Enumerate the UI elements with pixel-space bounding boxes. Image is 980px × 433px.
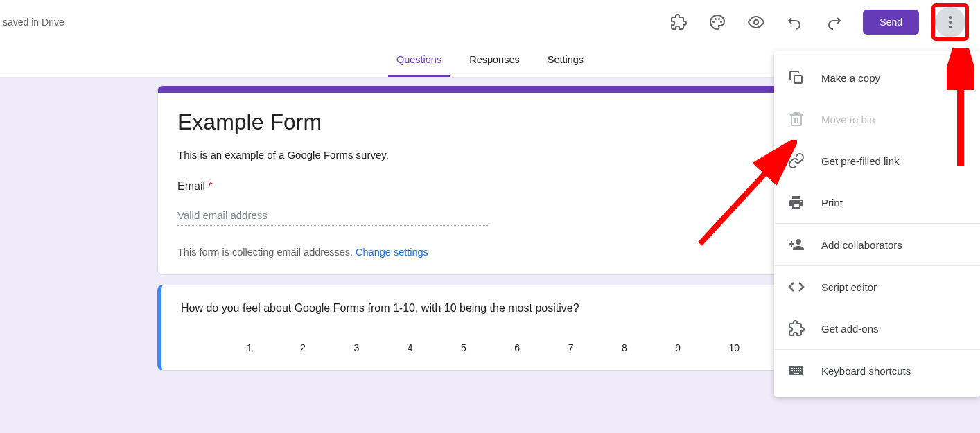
menu-item-keyboard-shortcuts[interactable]: Keyboard shortcuts	[774, 350, 980, 391]
menu-label: Move to bin	[821, 114, 875, 125]
scale-number: 9	[675, 342, 681, 353]
menu-label: Script editor	[821, 281, 877, 293]
keyboard-icon	[788, 362, 805, 379]
menu-label: Get pre-filled link	[821, 155, 900, 167]
tab-questions[interactable]: Questions	[388, 44, 450, 77]
save-status: saved in Drive	[3, 17, 64, 28]
menu-label: Make a copy	[821, 72, 880, 84]
puzzle-icon	[670, 14, 687, 30]
question-text: How do you feel about Google Forms from …	[181, 302, 805, 315]
required-marker: *	[208, 180, 212, 192]
menu-item-script-editor[interactable]: Script editor	[774, 266, 980, 308]
svg-point-6	[949, 21, 952, 24]
redo-button[interactable]	[817, 6, 850, 39]
tab-settings[interactable]: Settings	[539, 44, 592, 77]
trash-icon	[788, 111, 805, 127]
scale-number: 4	[408, 342, 413, 353]
send-button[interactable]: Send	[863, 10, 919, 35]
scale-number: 7	[568, 342, 574, 353]
undo-button[interactable]	[778, 6, 812, 39]
code-icon	[788, 279, 805, 295]
menu-item-print[interactable]: Print	[774, 182, 980, 223]
addons-button[interactable]	[662, 6, 695, 39]
svg-point-3	[720, 21, 722, 23]
more-button-highlight	[931, 3, 969, 41]
annotation-arrow-diagonal	[693, 140, 797, 251]
scale-number: 10	[729, 342, 740, 353]
change-settings-link[interactable]: Change settings	[356, 247, 428, 258]
puzzle-icon	[788, 320, 805, 337]
scale-row: 1 2 3 4 5 6 7 8 9 10	[181, 342, 805, 353]
scale-number: 3	[353, 342, 359, 353]
tab-responses[interactable]: Responses	[461, 44, 528, 77]
svg-point-1	[715, 18, 717, 20]
eye-icon	[748, 14, 764, 30]
scale-number: 1	[247, 342, 252, 353]
theme-button[interactable]	[701, 6, 734, 39]
menu-label: Keyboard shortcuts	[821, 365, 911, 377]
menu-label: Add collaborators	[821, 239, 902, 251]
more-vert-icon	[942, 14, 959, 30]
svg-point-2	[718, 18, 720, 20]
svg-rect-8	[794, 76, 802, 83]
scale-number: 5	[461, 342, 466, 353]
email-input[interactable]	[177, 205, 489, 226]
copy-icon	[788, 69, 805, 86]
annotation-arrow-down	[947, 48, 974, 173]
form-title: Example Form	[177, 109, 805, 135]
svg-point-4	[754, 20, 758, 24]
scale-number: 8	[622, 342, 627, 353]
more-button[interactable]	[935, 7, 965, 37]
menu-item-get-addons[interactable]: Get add-ons	[774, 308, 980, 349]
menu-label: Get add-ons	[821, 323, 879, 335]
svg-line-12	[700, 154, 783, 244]
menu-item-add-collaborators[interactable]: Add collaborators	[774, 224, 980, 265]
preview-button[interactable]	[740, 6, 773, 39]
scale-number: 6	[514, 342, 520, 353]
svg-point-0	[712, 21, 715, 23]
question-card[interactable]: How do you feel about Google Forms from …	[157, 285, 823, 371]
redo-icon	[825, 14, 842, 30]
collect-note-text: This form is collecting email addresses.	[177, 247, 356, 258]
menu-label: Print	[821, 197, 843, 209]
svg-point-5	[949, 16, 952, 19]
undo-icon	[787, 14, 803, 30]
palette-icon	[709, 14, 726, 30]
svg-point-7	[949, 26, 952, 28]
scale-number: 2	[300, 342, 306, 353]
email-label: Email	[177, 180, 205, 192]
